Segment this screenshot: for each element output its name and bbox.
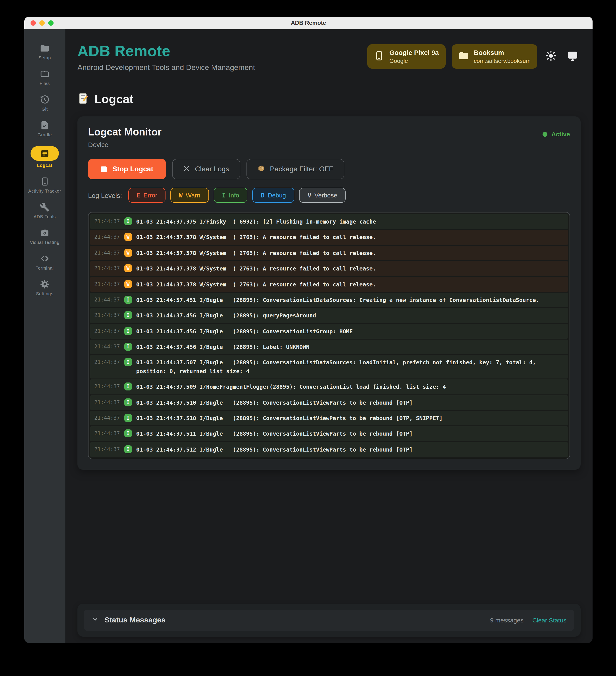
log-row: 21:44:37 W 01-03 21:44:37.378 W/System (…	[90, 230, 568, 245]
log-level-badge: W	[124, 249, 132, 257]
theme-toggle-button[interactable]	[543, 48, 558, 65]
screen-mirror-button[interactable]	[565, 48, 580, 65]
device-vendor: Google	[389, 58, 439, 64]
card-subtitle: Device	[88, 141, 162, 148]
wrench-icon	[40, 202, 50, 212]
sidebar-item-label: Logcat	[37, 163, 52, 168]
history-icon	[40, 95, 50, 105]
logcat-toolbar: Stop Logcat Clear Logs Pac	[88, 159, 570, 179]
log-message: 01-03 21:44:37.456 I/Bugle (28895): Labe…	[136, 343, 310, 351]
code-icon	[40, 253, 50, 264]
level-chip-verbose[interactable]: VVerbose	[299, 188, 346, 203]
logcat-monitor-card: Logcat Monitor Device Active Stop Logcat	[77, 116, 580, 470]
log-message: 01-03 21:44:37.510 I/Bugle (28895): Conv…	[136, 398, 413, 407]
sidebar-item-git[interactable]: Git	[24, 95, 65, 112]
log-list-icon	[40, 149, 50, 158]
level-chip-debug[interactable]: DDebug	[252, 188, 294, 203]
main-content: ADB Remote Android Development Tools and…	[65, 29, 593, 643]
log-levels-row: Log Levels: EError WWarn IInfo DDebug	[88, 188, 570, 203]
camera-icon	[40, 228, 50, 238]
device-selector-button[interactable]: Google Pixel 9a Google	[367, 44, 445, 69]
log-message: 01-03 21:44:37.378 W/System ( 2763): A r…	[136, 264, 376, 273]
sidebar-item-terminal[interactable]: Terminal	[24, 253, 65, 271]
clear-logs-button[interactable]: Clear Logs	[172, 159, 240, 179]
smartphone-icon	[40, 177, 50, 186]
log-level-badge: I	[124, 217, 132, 225]
log-timestamp: 21:44:37	[94, 398, 120, 405]
sidebar-item-activity-tracker[interactable]: Activity Tracker	[24, 177, 65, 193]
log-row: 21:44:37 I 01-03 21:44:37.512 I/Bugle (2…	[90, 442, 568, 457]
package-filter-button[interactable]: Package Filter: OFF	[246, 159, 344, 179]
status-label: Active	[551, 130, 570, 138]
screen: ADB Remote Setup Files	[0, 0, 616, 676]
sidebar-item-label: Git	[42, 107, 48, 112]
package-selector-button[interactable]: Booksum com.saltserv.booksum	[451, 44, 537, 69]
sidebar-item-label: Terminal	[36, 266, 54, 271]
log-level-badge: I	[124, 414, 132, 422]
log-level-badge: I	[124, 358, 132, 366]
log-level-badge: I	[124, 296, 132, 304]
level-chip-info[interactable]: IInfo	[213, 188, 248, 203]
app-subtitle: Android Development Tools and Device Man…	[77, 63, 255, 72]
sidebar-item-adb-tools[interactable]: ADB Tools	[24, 202, 65, 219]
log-message: 01-03 21:44:37.375 I/Finsky ( 6932): [2]…	[136, 217, 376, 226]
log-message: 01-03 21:44:37.378 W/System ( 2763): A r…	[136, 280, 376, 289]
log-row: 21:44:37 W 01-03 21:44:37.378 W/System (…	[90, 246, 568, 261]
sidebar-item-setup[interactable]: Setup	[24, 43, 65, 60]
page-title: Logcat	[94, 93, 133, 106]
stop-logcat-button[interactable]: Stop Logcat	[88, 159, 166, 179]
sidebar-item-gradle[interactable]: Gradle	[24, 120, 65, 137]
log-timestamp: 21:44:37	[94, 430, 120, 437]
log-timestamp: 21:44:37	[94, 414, 120, 421]
log-row: 21:44:37 I 01-03 21:44:37.456 I/Bugle (2…	[90, 308, 568, 323]
sidebar-item-label: Files	[40, 81, 50, 86]
log-row: 21:44:37 I 01-03 21:44:37.510 I/Bugle (2…	[90, 395, 568, 410]
log-message: 01-03 21:44:37.510 I/Bugle (28895): Conv…	[136, 414, 443, 422]
folder-icon	[40, 43, 50, 53]
log-rows: 21:44:37 I 01-03 21:44:37.375 I/Finsky (…	[90, 214, 568, 457]
package-box-icon	[257, 164, 265, 174]
folder-open-icon	[40, 69, 50, 79]
sidebar-item-visual-testing[interactable]: Visual Testing	[24, 228, 65, 245]
file-check-icon	[40, 120, 50, 130]
status-messages-title: Status Messages	[105, 616, 166, 625]
log-row: 21:44:37 I 01-03 21:44:37.509 I/HomeFrag…	[90, 379, 568, 394]
status-messages-header[interactable]: Status Messages 9 messages Clear Status	[84, 610, 574, 631]
log-timestamp: 21:44:37	[94, 264, 120, 271]
level-chip-warn[interactable]: WWarn	[171, 188, 209, 203]
page-heading: Logcat	[77, 93, 580, 106]
sidebar-item-settings[interactable]: Settings	[24, 279, 65, 296]
log-row: 21:44:37 W 01-03 21:44:37.378 W/System (…	[90, 277, 568, 292]
gear-icon	[40, 279, 50, 289]
log-timestamp: 21:44:37	[94, 383, 120, 390]
log-message: 01-03 21:44:37.456 I/Bugle (28895): quer…	[136, 312, 316, 320]
sidebar-item-files[interactable]: Files	[24, 69, 65, 86]
log-timestamp: 21:44:37	[94, 327, 120, 334]
log-row: 21:44:37 I 01-03 21:44:37.507 I/Bugle (2…	[90, 355, 568, 379]
log-level-badge: I	[124, 398, 132, 406]
log-message: 01-03 21:44:37.456 I/Bugle (28895): Conv…	[136, 327, 353, 336]
package-id: com.saltserv.booksum	[474, 58, 531, 64]
window-title: ADB Remote	[24, 19, 593, 26]
log-timestamp: 21:44:37	[94, 249, 120, 256]
log-message: 01-03 21:44:37.507 I/Bugle (28895): Conv…	[136, 358, 564, 376]
log-message: 01-03 21:44:37.378 W/System ( 2763): A r…	[136, 249, 376, 258]
log-level-badge: I	[124, 383, 132, 390]
memo-icon	[77, 93, 89, 106]
log-row: 21:44:37 I 01-03 21:44:37.451 I/Bugle (2…	[90, 293, 568, 307]
sidebar-item-logcat[interactable]: Logcat	[24, 146, 65, 168]
sidebar-item-label: Activity Tracker	[28, 188, 61, 193]
log-timestamp: 21:44:37	[94, 217, 120, 224]
sidebar-item-label: ADB Tools	[34, 214, 56, 219]
status-badge: Active	[543, 130, 570, 138]
log-timestamp: 21:44:37	[94, 296, 120, 303]
log-level-badge: I	[124, 445, 132, 453]
log-timestamp: 21:44:37	[94, 445, 120, 452]
status-messages-count: 9 messages	[490, 617, 523, 624]
folder-icon	[458, 51, 469, 62]
level-chip-error[interactable]: EError	[128, 188, 166, 203]
sidebar-item-label: Visual Testing	[30, 240, 60, 245]
log-levels-label: Log Levels:	[88, 191, 122, 199]
clear-status-button[interactable]: Clear Status	[532, 617, 566, 624]
log-output-container[interactable]: 21:44:37 I 01-03 21:44:37.375 I/Finsky (…	[88, 212, 570, 459]
